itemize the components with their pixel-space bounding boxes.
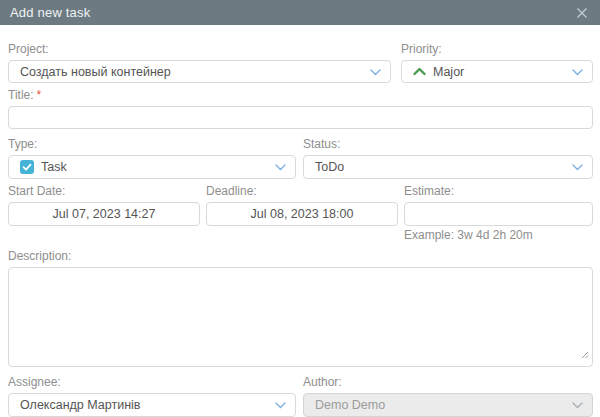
close-icon[interactable]	[575, 6, 589, 20]
estimate-label: Estimate:	[404, 184, 593, 198]
task-type-icon	[20, 160, 34, 174]
project-select[interactable]: Создать новый контейнер	[8, 60, 391, 83]
start-date-input[interactable]: Jul 07, 2023 14:27	[8, 202, 200, 226]
project-value: Создать новый контейнер	[20, 65, 171, 79]
estimate-input[interactable]	[404, 202, 593, 226]
modal-body: Project: Создать новый контейнер Priorit…	[0, 42, 600, 417]
priority-major-icon	[413, 67, 426, 76]
priority-value: Major	[433, 65, 464, 79]
chevron-down-icon	[275, 160, 286, 174]
author-value: Demo Demo	[315, 398, 385, 412]
deadline-input[interactable]: Jul 08, 2023 18:00	[206, 202, 398, 226]
author-select: Demo Demo	[303, 393, 593, 417]
chevron-down-icon	[275, 398, 286, 412]
chevron-down-icon	[370, 65, 381, 79]
modal-title: Add new task	[10, 5, 90, 20]
assignee-label: Assignee:	[8, 375, 296, 389]
author-label: Author:	[303, 375, 593, 389]
chevron-down-icon	[572, 160, 583, 174]
modal-header: Add new task	[0, 0, 600, 25]
chevron-down-icon	[572, 65, 583, 79]
start-date-value: Jul 07, 2023 14:27	[53, 207, 156, 221]
priority-select[interactable]: Major	[401, 60, 593, 83]
status-value: ToDo	[315, 160, 344, 174]
assignee-select[interactable]: Олександр Мартинів	[8, 393, 296, 417]
description-textarea[interactable]	[8, 267, 593, 367]
title-input[interactable]	[8, 106, 593, 129]
required-asterisk: *	[37, 88, 42, 102]
title-label: Title:*	[8, 88, 593, 102]
type-label: Type:	[8, 137, 296, 151]
deadline-value: Jul 08, 2023 18:00	[251, 207, 354, 221]
status-select[interactable]: ToDo	[303, 155, 593, 179]
assignee-value: Олександр Мартинів	[20, 398, 140, 412]
status-label: Status:	[303, 137, 593, 151]
estimate-hint: Example: 3w 4d 2h 20m	[404, 229, 593, 242]
resize-grip-icon[interactable]	[581, 345, 589, 363]
chevron-down-icon	[572, 398, 583, 412]
type-select[interactable]: Task	[8, 155, 296, 179]
priority-label: Priority:	[401, 42, 593, 56]
project-label: Project:	[8, 42, 391, 56]
description-label: Description:	[8, 249, 593, 263]
start-date-label: Start Date:	[8, 184, 200, 198]
deadline-label: Deadline:	[206, 184, 398, 198]
type-value: Task	[41, 160, 67, 174]
